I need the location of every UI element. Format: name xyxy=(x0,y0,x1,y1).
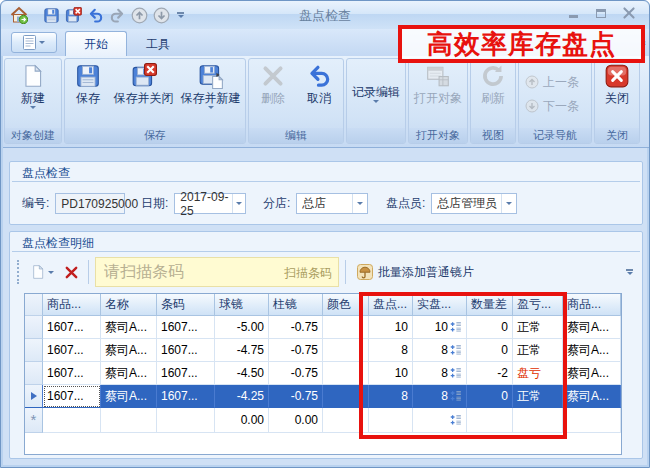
date-picker[interactable]: 2017-09-25 xyxy=(174,193,246,214)
ribbon-group-object-create: 新建 对象创建 xyxy=(4,58,62,144)
grid-cell[interactable] xyxy=(563,408,621,433)
row-indicator xyxy=(25,385,43,408)
date-value: 2017-09-25 xyxy=(180,190,232,218)
grid-cell[interactable]: 1607... xyxy=(157,316,215,339)
header-groupbox: 盘点检查 编号: PD170925000 日期: 2017-09-25 分店: … xyxy=(9,161,643,225)
grid-cell[interactable]: 1607... xyxy=(43,385,101,408)
grid-cell[interactable]: -0.75 xyxy=(269,385,323,408)
grid-cell[interactable]: -0.75 xyxy=(269,316,323,339)
grid-cell[interactable] xyxy=(101,408,157,433)
grid-cell[interactable]: 蔡司A... xyxy=(101,385,157,408)
umbrella-icon xyxy=(357,264,373,280)
undo-icon xyxy=(306,63,332,89)
column-header[interactable]: 商品... xyxy=(43,294,101,316)
toolbar-separator xyxy=(345,260,346,284)
cancel-button[interactable]: 取消 xyxy=(296,60,342,128)
ribbon: 新建 对象创建 保存 保存并关闭 保存并新建 xyxy=(3,56,649,148)
grid-cell[interactable]: 蔡司A... xyxy=(101,339,157,362)
save-and-close-button[interactable]: 保存并关闭 xyxy=(110,60,177,128)
ribbon-group-save: 保存 保存并关闭 保存并新建 保存 xyxy=(64,58,246,144)
delete-button[interactable]: 删除 xyxy=(250,60,296,128)
open-object-icon xyxy=(425,63,451,89)
ribbon-group-caption: 视图 xyxy=(471,128,515,143)
groupbox-divider xyxy=(12,251,640,252)
operator-select[interactable]: 总店管理员 xyxy=(431,193,517,214)
toolbar-overflow-button[interactable] xyxy=(626,269,635,275)
minimize-button[interactable] xyxy=(565,5,581,21)
grid-cell[interactable]: 1607... xyxy=(43,362,101,385)
grid-cell[interactable]: 蔡司A... xyxy=(563,385,621,408)
ribbon-group-caption xyxy=(347,128,405,143)
grid-cell[interactable]: 蔡司A... xyxy=(563,339,621,362)
record-edit-button[interactable]: 记录编辑 xyxy=(348,60,404,128)
previous-record-button[interactable]: 上一条 xyxy=(525,74,585,91)
current-row-arrow-icon xyxy=(31,392,37,400)
close-button[interactable]: 关闭 xyxy=(596,60,638,128)
grid-cell[interactable]: -4.25 xyxy=(215,385,269,408)
next-record-button[interactable]: 下一条 xyxy=(525,98,585,115)
field-label: 日期: xyxy=(141,195,168,212)
minimize-icon xyxy=(569,15,578,18)
dropdown-arrow-icon xyxy=(373,100,379,103)
tab-tools[interactable]: 工具 xyxy=(127,31,189,57)
chevron-down-icon[interactable] xyxy=(501,194,516,213)
field-label: 编号: xyxy=(22,195,49,212)
scan-watermark-label: 扫描条码 xyxy=(284,265,332,282)
button-label: 记录编辑 xyxy=(352,85,400,99)
grid-cell[interactable] xyxy=(157,408,215,433)
grid-cell[interactable]: 0.00 xyxy=(215,408,269,433)
close-window-button[interactable] xyxy=(621,5,637,21)
save-button[interactable]: 保存 xyxy=(66,60,110,128)
tab-start[interactable]: 开始 xyxy=(65,31,127,57)
grid-cell[interactable]: 1607... xyxy=(157,339,215,362)
field-label: 分店: xyxy=(263,195,290,212)
grid-cell[interactable]: 1607... xyxy=(43,339,101,362)
application-menu-button[interactable] xyxy=(11,32,57,53)
new-button[interactable]: 新建 xyxy=(6,60,60,128)
add-row-button[interactable] xyxy=(27,259,57,285)
branch-value: 总店 xyxy=(302,195,326,212)
batch-add-lenses-button[interactable]: 批量添加普通镜片 xyxy=(352,259,479,285)
column-header[interactable]: 柱镜 xyxy=(269,294,323,316)
grid-cell[interactable]: -4.75 xyxy=(215,339,269,362)
maximize-button[interactable] xyxy=(593,5,609,21)
groupbox-title: 盘点检查 xyxy=(22,165,70,182)
button-label: 保存并新建 xyxy=(181,91,241,105)
number-input[interactable]: PD170925000 xyxy=(55,193,125,214)
grid-cell[interactable]: 蔡司A... xyxy=(563,362,621,385)
chevron-down-icon[interactable] xyxy=(232,194,245,213)
column-header[interactable]: 条码 xyxy=(157,294,215,316)
column-header[interactable]: 球镜 xyxy=(215,294,269,316)
button-label: 上一条 xyxy=(543,74,579,91)
grid-cell[interactable]: 1607... xyxy=(43,316,101,339)
ribbon-group-caption: 打开对象 xyxy=(409,128,467,143)
row-indicator xyxy=(25,339,43,362)
row-indicator-header xyxy=(25,294,43,316)
open-object-button[interactable]: 打开对象 xyxy=(410,60,466,128)
chevron-down-icon[interactable] xyxy=(352,194,367,213)
refresh-button[interactable]: 刷新 xyxy=(472,60,514,128)
ribbon-group-view: 刷新 视图 xyxy=(470,58,516,144)
grid-cell[interactable]: -0.75 xyxy=(269,362,323,385)
field-date: 日期: 2017-09-25 xyxy=(141,193,246,214)
grid-cell[interactable]: -0.75 xyxy=(269,339,323,362)
save-and-new-button[interactable]: 保存并新建 xyxy=(177,60,244,128)
grid-cell[interactable]: 蔡司A... xyxy=(101,316,157,339)
grid-cell[interactable]: 1607... xyxy=(157,362,215,385)
close-red-icon xyxy=(604,63,630,89)
column-header[interactable]: 商品... xyxy=(563,294,621,316)
grid-cell[interactable]: -4.50 xyxy=(215,362,269,385)
grid-cell[interactable]: 蔡司A... xyxy=(101,362,157,385)
branch-select[interactable]: 总店 xyxy=(296,193,368,214)
groupbox-title: 盘点检查明细 xyxy=(22,235,94,252)
column-header[interactable]: 名称 xyxy=(101,294,157,316)
grid-cell[interactable]: -5.00 xyxy=(215,316,269,339)
refresh-icon xyxy=(480,63,506,89)
delete-row-button[interactable] xyxy=(61,259,82,285)
grid-cell[interactable]: 蔡司A... xyxy=(563,316,621,339)
grid-cell[interactable]: 0.00 xyxy=(269,408,323,433)
grid-cell[interactable] xyxy=(43,408,101,433)
red-highlight-box xyxy=(359,292,567,439)
grid-cell[interactable]: 1607... xyxy=(157,385,215,408)
toolbar-grip[interactable] xyxy=(17,260,21,284)
